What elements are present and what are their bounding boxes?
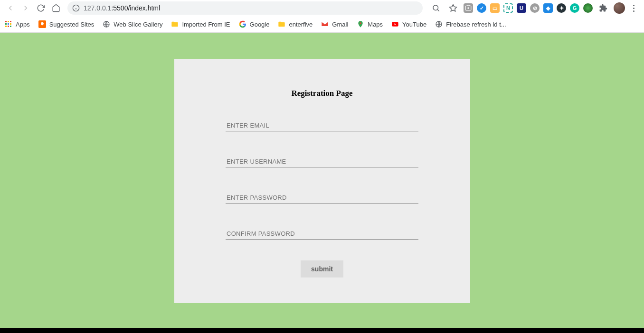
confirm-password-input[interactable] — [226, 228, 418, 240]
youtube-icon — [391, 20, 399, 28]
svg-rect-7 — [8, 21, 9, 22]
reload-button[interactable] — [34, 1, 47, 15]
svg-line-4 — [437, 9, 439, 11]
email-field-wrap — [226, 120, 418, 131]
green-ext-icon[interactable] — [583, 3, 593, 13]
svg-rect-10 — [8, 23, 9, 25]
bookmark-label: Apps — [16, 21, 30, 28]
bookmark-label: YouTube — [402, 21, 426, 28]
bookmark-label: Gmail — [332, 21, 348, 28]
bookmark-firebase[interactable]: Firebase refresh id t... — [435, 20, 506, 28]
globe-icon — [435, 20, 443, 28]
taskbar — [0, 328, 644, 333]
password-field-wrap — [226, 192, 418, 204]
bookmark-label: Google — [250, 21, 270, 28]
gmail-icon — [321, 20, 329, 28]
svg-rect-9 — [5, 23, 7, 25]
bookmark-imported[interactable]: Imported From IE — [171, 20, 230, 28]
bookmark-enterfive[interactable]: enterfive — [278, 20, 313, 28]
bookmark-suggested[interactable]: Suggested Sites — [38, 20, 95, 28]
url-bar[interactable]: 127.0.0.1 :5500/index.html — [67, 1, 423, 15]
zoom-icon[interactable] — [429, 1, 443, 15]
n-ext-icon[interactable]: N — [503, 3, 513, 13]
apps-icon — [5, 20, 12, 28]
profile-avatar[interactable] — [614, 2, 625, 14]
bulb-icon — [38, 20, 46, 28]
maps-icon — [357, 20, 364, 28]
bookmark-label: Maps — [368, 21, 383, 28]
svg-rect-11 — [10, 23, 11, 25]
registration-card: Registration Page submit — [174, 59, 470, 303]
block-ext-icon[interactable]: ⊘ — [530, 3, 540, 13]
bookmark-apps[interactable]: Apps — [5, 20, 30, 28]
bookmark-label: enterfive — [289, 21, 313, 28]
page-viewport: Registration Page submit — [0, 33, 644, 328]
svg-rect-14 — [10, 26, 11, 27]
globe-icon — [103, 20, 110, 28]
camera-ext-icon[interactable] — [464, 3, 473, 13]
bookmark-label: Imported From IE — [182, 21, 230, 28]
dark-ext-icon[interactable]: ✦ — [557, 3, 566, 13]
back-button[interactable] — [4, 1, 17, 15]
url-path: :5500/index.html — [111, 4, 160, 12]
bookmark-label: Firebase refresh id t... — [446, 21, 506, 28]
svg-rect-6 — [5, 21, 7, 22]
u-ext-icon[interactable]: U — [517, 3, 526, 13]
svg-marker-5 — [450, 5, 457, 11]
star-icon[interactable] — [446, 1, 460, 15]
username-field-wrap — [226, 156, 418, 167]
bookmarks-bar: Apps Suggested Sites Web Slice Gallery I… — [0, 16, 644, 33]
folder-icon — [171, 20, 179, 28]
blue-ext-icon[interactable]: ◆ — [543, 3, 553, 13]
svg-rect-13 — [8, 26, 9, 27]
bookmark-maps[interactable]: Maps — [357, 20, 383, 28]
confirm-password-field-wrap — [226, 228, 418, 240]
browser-toolbar: 127.0.0.1 :5500/index.html ✓ ▭ N U ⊘ ◆ ✦… — [0, 0, 644, 16]
svg-rect-8 — [10, 21, 11, 22]
extensions-icon[interactable] — [597, 1, 610, 15]
folder-icon — [278, 20, 285, 28]
bookmark-webslice[interactable]: Web Slice Gallery — [103, 20, 162, 28]
submit-button[interactable]: submit — [301, 260, 343, 278]
info-icon — [72, 4, 80, 12]
svg-rect-12 — [5, 26, 7, 27]
home-button[interactable] — [49, 1, 63, 15]
toolbar-right: ✓ ▭ N U ⊘ ◆ ✦ G — [427, 1, 640, 15]
svg-point-3 — [433, 5, 438, 10]
username-input[interactable] — [226, 156, 418, 167]
menu-button[interactable] — [629, 5, 638, 12]
bookmark-gmail[interactable]: Gmail — [321, 20, 348, 28]
url-host: 127.0.0.1 — [84, 4, 111, 12]
bookmark-youtube[interactable]: YouTube — [391, 20, 426, 28]
google-icon — [239, 20, 246, 28]
grammarly-ext-icon[interactable]: G — [570, 3, 579, 13]
forward-button[interactable] — [19, 1, 32, 15]
bookmark-label: Suggested Sites — [49, 21, 95, 28]
page-title: Registration Page — [174, 89, 470, 98]
bookmark-label: Web Slice Gallery — [114, 21, 162, 28]
bookmark-google[interactable]: Google — [239, 20, 270, 28]
email-input[interactable] — [226, 120, 418, 131]
password-input[interactable] — [226, 192, 418, 204]
svg-point-16 — [360, 22, 361, 24]
check-ext-icon[interactable]: ✓ — [477, 3, 486, 13]
box-ext-icon[interactable]: ▭ — [490, 3, 500, 13]
